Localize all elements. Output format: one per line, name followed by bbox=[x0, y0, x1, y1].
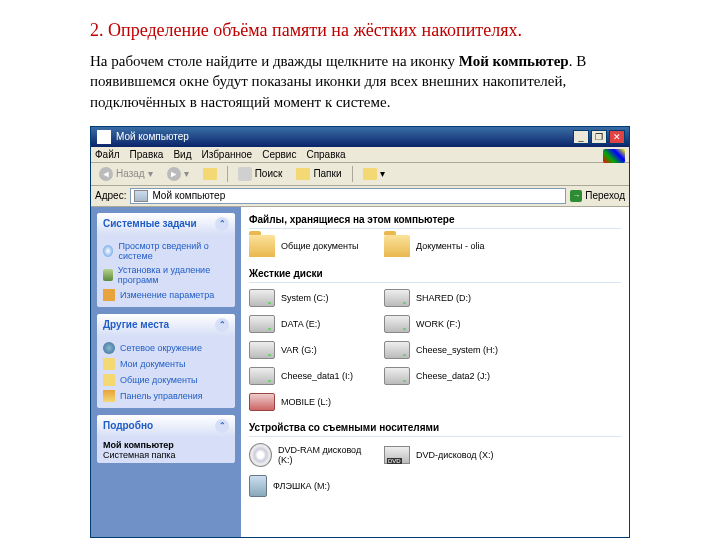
task-link[interactable]: Сетевое окружение bbox=[103, 340, 229, 356]
desc-text: На рабочем столе найдите и дважды щелкни… bbox=[90, 53, 459, 69]
file-item[interactable]: Документы - olia bbox=[384, 233, 509, 259]
menu-tools[interactable]: Сервис bbox=[262, 149, 296, 160]
page-description: На рабочем столе найдите и дважды щелкни… bbox=[90, 51, 630, 112]
page-heading: 2. Определение объёма памяти на жёстких … bbox=[90, 20, 630, 41]
address-value: Мой компьютер bbox=[152, 190, 225, 201]
dvd2-icon bbox=[384, 446, 410, 464]
close-button[interactable]: ✕ bbox=[609, 130, 625, 144]
dvd-icon bbox=[249, 443, 272, 467]
item-label: ФЛЭШКА (M:) bbox=[273, 481, 330, 491]
task-label: Панель управления bbox=[120, 391, 203, 401]
task-label: Мои документы bbox=[120, 359, 186, 369]
item-label: DVD-дисковод (X:) bbox=[416, 450, 494, 460]
doc-icon bbox=[103, 358, 115, 370]
items-grid: DVD-RAM дисковод (K:)DVD-дисковод (X:)ФЛ… bbox=[249, 441, 621, 499]
forward-button[interactable]: ► ▾ bbox=[163, 165, 193, 183]
file-item[interactable]: Cheese_system (H:) bbox=[384, 339, 509, 361]
menu-favorites[interactable]: Избранное bbox=[201, 149, 252, 160]
go-label: Переход bbox=[585, 190, 625, 201]
views-button[interactable]: ▾ bbox=[359, 166, 389, 182]
menu-help[interactable]: Справка bbox=[306, 149, 345, 160]
folders-button[interactable]: Папки bbox=[292, 166, 345, 182]
file-item[interactable]: DVD-дисковод (X:) bbox=[384, 441, 509, 469]
file-item[interactable]: DATA (E:) bbox=[249, 313, 374, 335]
folders-icon bbox=[296, 168, 310, 180]
flash-icon bbox=[249, 475, 267, 497]
drive-icon bbox=[249, 341, 275, 359]
chevron-icon: ⌃ bbox=[215, 318, 229, 332]
back-arrow-icon: ◄ bbox=[99, 167, 113, 181]
file-item[interactable]: VAR (G:) bbox=[249, 339, 374, 361]
edit-icon bbox=[103, 289, 115, 301]
menu-view[interactable]: Вид bbox=[173, 149, 191, 160]
search-button[interactable]: Поиск bbox=[234, 165, 287, 183]
item-label: MOBILE (L:) bbox=[281, 397, 331, 407]
detail-title: Мой компьютер bbox=[103, 440, 229, 450]
task-link[interactable]: Мои документы bbox=[103, 356, 229, 372]
drive-icon bbox=[249, 289, 275, 307]
toolbar: ◄Назад ▾ ► ▾ Поиск Папки ▾ bbox=[91, 163, 629, 186]
drive-icon bbox=[384, 367, 410, 385]
file-item[interactable]: Cheese_data1 (I:) bbox=[249, 365, 374, 387]
drive-icon bbox=[384, 289, 410, 307]
content-section: Устройства со съемными носителямиDVD-RAM… bbox=[249, 419, 621, 499]
separator bbox=[227, 166, 228, 182]
minimize-button[interactable]: _ bbox=[573, 130, 589, 144]
inst-icon bbox=[103, 269, 113, 281]
window-title: Мой компьютер bbox=[116, 131, 189, 142]
content-section: Жесткие дискиSystem (C:)SHARED (D:)DATA … bbox=[249, 265, 621, 413]
my-computer-icon bbox=[97, 130, 111, 144]
task-link[interactable]: Панель управления bbox=[103, 388, 229, 404]
go-arrow-icon: → bbox=[570, 190, 582, 202]
maximize-button[interactable]: ❐ bbox=[591, 130, 607, 144]
content-section: Файлы, хранящиеся на этом компьютереОбщи… bbox=[249, 211, 621, 259]
file-item[interactable]: WORK (F:) bbox=[384, 313, 509, 335]
task-label: Изменение параметра bbox=[120, 290, 214, 300]
file-item[interactable]: Общие документы bbox=[249, 233, 374, 259]
address-bar: Адрес: Мой компьютер →Переход bbox=[91, 186, 629, 207]
back-button[interactable]: ◄Назад ▾ bbox=[95, 165, 157, 183]
window-controls: _ ❐ ✕ bbox=[573, 130, 625, 144]
file-item[interactable]: MOBILE (L:) bbox=[249, 391, 374, 413]
task-link[interactable]: Изменение параметра bbox=[103, 287, 229, 303]
menu-file[interactable]: Файл bbox=[95, 149, 120, 160]
file-item[interactable]: Cheese_data2 (J:) bbox=[384, 365, 509, 387]
computer-icon bbox=[134, 190, 148, 202]
up-button[interactable] bbox=[199, 166, 221, 182]
forward-arrow-icon: ► bbox=[167, 167, 181, 181]
panel-details: Мой компьютерСистемная папка bbox=[97, 437, 235, 463]
folder-icon bbox=[384, 235, 410, 257]
drive-icon bbox=[384, 341, 410, 359]
task-label: Установка и удаление программ bbox=[118, 265, 229, 285]
file-item[interactable]: DVD-RAM дисковод (K:) bbox=[249, 441, 374, 469]
menu-edit[interactable]: Правка bbox=[130, 149, 164, 160]
panel-header[interactable]: Системные задачи⌃ bbox=[97, 213, 235, 235]
explorer-window: Мой компьютер _ ❐ ✕ Файл Правка Вид Избр… bbox=[90, 126, 630, 538]
item-label: WORK (F:) bbox=[416, 319, 461, 329]
net-icon bbox=[103, 342, 115, 354]
item-label: Документы - olia bbox=[416, 241, 484, 251]
file-item[interactable]: ФЛЭШКА (M:) bbox=[249, 473, 374, 499]
up-folder-icon bbox=[203, 168, 217, 180]
windows-logo-icon bbox=[603, 149, 625, 163]
chevron-icon: ⌃ bbox=[215, 419, 229, 433]
item-label: Cheese_data1 (I:) bbox=[281, 371, 353, 381]
item-label: Cheese_system (H:) bbox=[416, 345, 498, 355]
usb-icon bbox=[249, 393, 275, 411]
drive-icon bbox=[384, 315, 410, 333]
address-field[interactable]: Мой компьютер bbox=[130, 188, 566, 204]
section-title: Жесткие диски bbox=[249, 265, 621, 283]
task-link[interactable]: Установка и удаление программ bbox=[103, 263, 229, 287]
sidebar-panel: Другие места⌃Сетевое окружениеМои докуме… bbox=[97, 314, 235, 408]
file-item[interactable]: System (C:) bbox=[249, 287, 374, 309]
go-button[interactable]: →Переход bbox=[570, 190, 625, 202]
titlebar[interactable]: Мой компьютер _ ❐ ✕ bbox=[91, 127, 629, 147]
task-link[interactable]: Общие документы bbox=[103, 372, 229, 388]
address-label: Адрес: bbox=[95, 190, 126, 201]
task-label: Общие документы bbox=[120, 375, 198, 385]
panel-header[interactable]: Подробно⌃ bbox=[97, 415, 235, 437]
task-link[interactable]: Просмотр сведений о системе bbox=[103, 239, 229, 263]
panel-header[interactable]: Другие места⌃ bbox=[97, 314, 235, 336]
separator bbox=[352, 166, 353, 182]
file-item[interactable]: SHARED (D:) bbox=[384, 287, 509, 309]
